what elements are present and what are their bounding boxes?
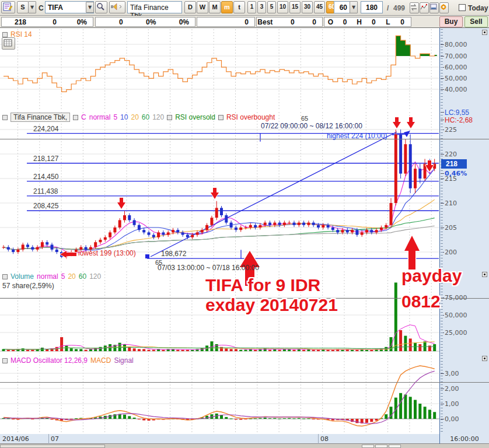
minute-button-30[interactable]: 30	[302, 1, 313, 13]
axis-label: 60,000	[445, 64, 467, 71]
search-icon	[96, 2, 106, 12]
view-button-D[interactable]: D	[184, 1, 196, 13]
axis-tick-strip	[441, 29, 443, 111]
speaker-icon	[110, 2, 124, 12]
quote-cell-value: 0	[339, 18, 354, 26]
axis-label: HC:-2,68	[445, 116, 473, 124]
minute-button-1[interactable]: 1	[247, 1, 256, 13]
view-button-W[interactable]: W	[197, 1, 208, 13]
axis-tick-strip	[441, 271, 443, 354]
measure-start-marker	[145, 254, 149, 258]
current-price-tag: 218	[441, 159, 467, 169]
panel-collapse-button[interactable]	[482, 356, 487, 361]
panel-collapse-button[interactable]	[482, 272, 487, 277]
view-button-m[interactable]: m	[221, 1, 233, 13]
quote-cell-value: 0	[368, 18, 382, 26]
panel-separator[interactable]	[0, 139, 489, 139]
time-axis-label: 08	[320, 435, 329, 443]
minute-button-5[interactable]: 5	[267, 1, 276, 13]
chart-settings-icon-button[interactable]	[1, 1, 15, 13]
buy-button[interactable]: Buy	[439, 16, 463, 27]
axis-tick-strip	[441, 112, 443, 270]
time-axis-divider	[318, 434, 319, 444]
indicator-tool-button[interactable]	[420, 2, 429, 13]
axis-label: 200	[445, 249, 457, 256]
symbol-dropdown-arrow[interactable]: ▼	[86, 2, 94, 13]
quote-cell-value: 0%	[62, 18, 93, 26]
view-button-M[interactable]: M	[209, 1, 221, 13]
settings-tool-button[interactable]	[439, 2, 449, 13]
minute-button-10[interactable]: 10	[277, 1, 288, 13]
main-toolbar: S ▼ C TIFA ▼ Tifa Finance Tbk DWMmt 1351…	[0, 0, 489, 16]
axis-label: 225	[445, 126, 457, 134]
price-axis-strip[interactable]: 80,00070,00060,00050,00040,0002252202152…	[439, 28, 489, 434]
minute-button-3[interactable]: 3	[257, 1, 266, 13]
quote-cell-value: 218	[2, 18, 32, 26]
grid-tool-button[interactable]	[2, 37, 15, 50]
quote-cell-value: 0%	[162, 18, 195, 26]
axis-tick-strip	[441, 355, 443, 433]
quote-cell-value: 0%	[129, 18, 162, 26]
horizontal-scrollbar[interactable]	[0, 444, 489, 448]
bar-count-input[interactable]: 180	[361, 1, 383, 13]
minute-button-45[interactable]: 45	[314, 1, 325, 13]
symbol-name-field: Tifa Finance Tbk	[127, 1, 182, 13]
today-checkbox[interactable]	[459, 4, 466, 11]
scrollbar-button[interactable]	[375, 444, 387, 448]
scrollbar-button[interactable]	[389, 444, 401, 448]
axis-label: 205	[445, 224, 457, 232]
scrollbar-thumb[interactable]	[0, 444, 105, 448]
axis-label: 2,00	[445, 385, 459, 393]
quote-cell-value: 0	[301, 18, 322, 26]
axis-label: LC:9,55	[445, 108, 469, 117]
symbol-type-dropdown-arrow[interactable]: ▼	[28, 1, 36, 13]
grid-icon	[4, 39, 12, 47]
panel-collapse-button[interactable]	[482, 30, 487, 35]
axis-label: 25,000	[445, 329, 467, 337]
chart-canvas	[0, 28, 439, 434]
current-change-percent: 0,46%	[445, 170, 467, 177]
ohl-cell-group: O0H0L0	[324, 17, 411, 27]
axis-label: 40,000	[445, 86, 467, 93]
today-label: Today	[468, 4, 488, 12]
line-chart-icon	[420, 3, 427, 12]
view-button-t[interactable]: t	[233, 1, 245, 13]
symbol-type-select[interactable]: S	[17, 1, 29, 13]
axis-label: 80,000	[445, 41, 467, 48]
code-label: C	[39, 4, 44, 12]
symbol-search-button[interactable]	[95, 1, 107, 13]
interval-combo[interactable]: 60	[334, 1, 350, 13]
time-axis[interactable]: 2014/06 07 08 16:00:00	[0, 434, 489, 444]
axis-label: 50,000	[445, 75, 467, 82]
quote-cell-value: H	[353, 18, 368, 26]
panel-separator[interactable]	[0, 382, 489, 383]
panel-separator[interactable]	[0, 298, 489, 299]
time-axis-label: 2014/06	[2, 435, 29, 443]
sell-button[interactable]: Sell	[464, 16, 488, 27]
axis-label: 70,000	[445, 52, 467, 60]
quote-cell-value: 0	[32, 18, 62, 26]
change-cell-group: 00%0%	[95, 17, 195, 27]
minute-button-15[interactable]: 15	[289, 1, 301, 13]
quote-cell-value: Best	[257, 18, 278, 26]
gear-icon	[440, 3, 447, 12]
axis-label: 3,00	[445, 370, 459, 377]
axis-label: 50,000	[445, 312, 467, 319]
chart-region: 80,00070,00060,00050,00040,0002252202152…	[0, 28, 489, 434]
compare-tool-button[interactable]	[410, 2, 419, 13]
last-price-cell-group: 21800%	[1, 17, 93, 27]
axis-label: 210	[445, 200, 457, 207]
quote-summary-row: 21800% 00%0% 0 Best00 O0H0L0 Buy Sell	[0, 16, 489, 28]
trading-app-window: S ▼ C TIFA ▼ Tifa Finance Tbk DWMmt 1351…	[0, 0, 489, 448]
snapshot-tool-button[interactable]	[429, 2, 439, 13]
alert-sound-button[interactable]	[109, 1, 125, 13]
total-bars-label: 499	[393, 4, 405, 12]
axis-label: 1,00	[445, 400, 459, 408]
best-quote-cell-group: Best00	[256, 17, 323, 27]
scrollbar-button[interactable]	[362, 444, 374, 448]
quote-cell-value: 0	[96, 18, 129, 26]
compare-icon	[410, 3, 417, 12]
interval-dropdown-arrow[interactable]: ▼	[350, 1, 358, 13]
quote-cell-value: L	[382, 18, 397, 26]
slash-label: /	[387, 4, 389, 12]
